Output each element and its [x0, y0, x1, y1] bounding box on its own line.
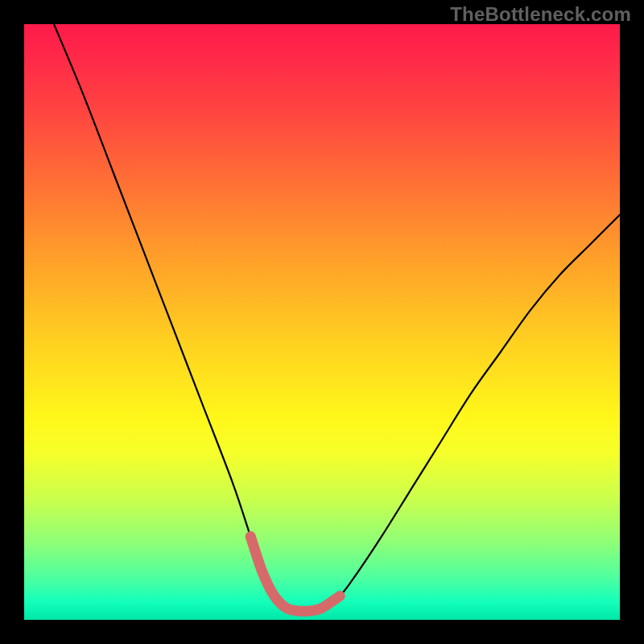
chart-frame: TheBottleneck.com — [0, 0, 644, 644]
bottleneck-highlight-line — [250, 536, 340, 611]
bottleneck-curve-line — [54, 24, 620, 611]
plot-area — [24, 24, 620, 620]
watermark-text: TheBottleneck.com — [450, 3, 631, 26]
curve-svg — [24, 24, 620, 620]
